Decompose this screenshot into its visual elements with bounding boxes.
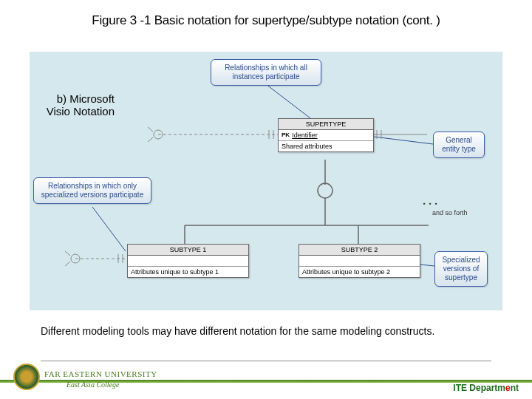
entity-supertype: SUPERTYPE PKIdentifier Shared attributes bbox=[278, 118, 374, 152]
subtitle: b) Microsoft Visio Notation bbox=[41, 92, 115, 117]
department-label: ITE Department bbox=[453, 383, 519, 393]
entity-attr-row: Attributes unique to subtype 1 bbox=[128, 267, 248, 277]
entity-subtype1: SUBTYPE 1 Attributes unique to subtype 1 bbox=[127, 244, 249, 278]
slide: { "title": "Figure 3 -1 Basic notation f… bbox=[0, 0, 532, 399]
university-logo-icon bbox=[13, 364, 40, 390]
and-so-forth-label: and so forth bbox=[432, 209, 468, 216]
entity-attr-row: Shared attributes bbox=[279, 141, 373, 151]
figure-title: Figure 3 -1 Basic notation for supertype… bbox=[0, 0, 532, 34]
university-name: FAR EASTERN UNIVERSITY bbox=[44, 369, 157, 378]
footnote-text: Different modeling tools may have differ… bbox=[41, 325, 477, 337]
entity-header: SUPERTYPE bbox=[279, 119, 373, 130]
entity-header: SUBTYPE 2 bbox=[299, 245, 420, 256]
footer-divider bbox=[41, 361, 491, 361]
entity-blank-row bbox=[299, 256, 420, 267]
college-name: East Asia College bbox=[66, 381, 119, 389]
callout-specialized-only: Relationships in which only specialized … bbox=[33, 177, 151, 204]
entity-subtype2: SUBTYPE 2 Attributes unique to subtype 2 bbox=[299, 244, 420, 278]
callout-general-entity: General entity type bbox=[433, 132, 485, 158]
entity-pk-row: PKIdentifier bbox=[279, 130, 373, 141]
footer: FAR EASTERN UNIVERSITY East Asia College… bbox=[0, 361, 532, 399]
callout-all-instances: Relationships in which all instances par… bbox=[211, 59, 321, 86]
entity-header: SUBTYPE 1 bbox=[128, 245, 248, 256]
entity-blank-row bbox=[128, 256, 248, 267]
callout-specialized-versions: Specialized versions of supertype bbox=[434, 251, 488, 287]
entity-attr-row: Attributes unique to subtype 2 bbox=[299, 267, 420, 277]
ellipsis-icon: ··· bbox=[423, 202, 440, 206]
